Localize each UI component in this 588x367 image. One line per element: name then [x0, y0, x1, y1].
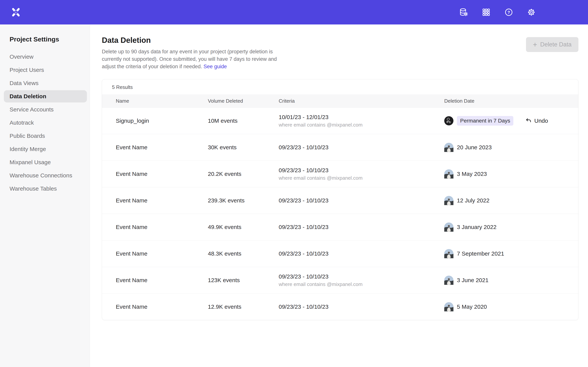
criteria-date-range: 10/01/23 - 12/01/23 [279, 114, 444, 120]
row-volume-deleted: 239.3K events [208, 197, 279, 204]
row-deletion-date: Permanent in 7 Days Undo [444, 116, 578, 125]
sidebar-item-identity-merge[interactable]: Identity Merge [4, 143, 87, 155]
delete-data-button[interactable]: + Delete Data [526, 37, 579, 52]
criteria-filter: where email contains @mixpanel.com [279, 122, 444, 128]
column-header-name: Name [116, 98, 208, 104]
row-deletion-date: 3 May 2023 [444, 169, 578, 179]
page-title: Data Deletion [102, 36, 579, 44]
row-volume-deleted: 30K events [208, 144, 279, 151]
sidebar-title: Project Settings [9, 35, 90, 43]
row-criteria: 09/23/23 - 10/10/23 [279, 197, 444, 204]
user-avatar [444, 223, 453, 232]
row-name: Event Name [116, 197, 208, 204]
row-criteria: 09/23/23 - 10/10/23 where email contains… [279, 167, 444, 181]
undo-icon [525, 117, 532, 124]
user-avatar [444, 169, 453, 179]
user-photo-avatar [444, 143, 453, 152]
table-row: Event Name 239.3K events 09/23/23 - 10/1… [102, 187, 578, 214]
row-name: Event Name [116, 304, 208, 310]
deletion-date-text: 3 June 2021 [457, 277, 488, 284]
results-count: 5 Results [102, 79, 578, 94]
row-name: Signup_login [116, 117, 208, 124]
deletion-date-text: 7 September 2021 [457, 250, 504, 257]
topbar: ? [0, 0, 588, 25]
deletion-date-text: 3 January 2022 [457, 224, 496, 230]
user-photo-avatar [444, 196, 453, 205]
criteria-date-range: 09/23/23 - 10/10/23 [279, 167, 444, 174]
user-avatar [444, 302, 453, 311]
row-criteria: 10/01/23 - 12/01/23 where email contains… [279, 114, 444, 128]
row-name: Event Name [116, 277, 208, 284]
row-criteria: 09/23/23 - 10/10/23 [279, 250, 444, 257]
sidebar-item-autotrack[interactable]: Autotrack [4, 117, 87, 129]
deletion-date-text: 3 May 2023 [457, 171, 487, 177]
sidebar-item-overview[interactable]: Overview [4, 51, 87, 63]
row-volume-deleted: 49.9K events [208, 224, 279, 230]
deletions-table-card: 5 Results Name Volume Deleted Criteria D… [102, 79, 579, 320]
row-volume-deleted: 123K events [208, 277, 279, 284]
sidebar: Project Settings OverviewProject UsersDa… [0, 25, 90, 367]
row-criteria: 09/23/23 - 10/10/23 where email contains… [279, 273, 444, 287]
criteria-filter: where email contains @mixpanel.com [279, 281, 444, 287]
row-criteria: 09/23/23 - 10/10/23 [279, 224, 444, 230]
main-content: Data Deletion Delete up to 90 days data … [90, 25, 588, 367]
table-row: Event Name 20.2K events 09/23/23 - 10/10… [102, 161, 578, 187]
sidebar-item-public-boards[interactable]: Public Boards [4, 130, 87, 142]
criteria-date-range: 09/23/23 - 10/10/23 [279, 144, 444, 151]
table-row: Event Name 49.9K events 09/23/23 - 10/10… [102, 214, 578, 240]
apps-grid-icon[interactable] [482, 8, 491, 17]
sidebar-item-warehouse-tables[interactable]: Warehouse Tables [4, 183, 87, 195]
criteria-date-range: 09/23/23 - 10/10/23 [279, 197, 444, 204]
row-volume-deleted: 12.9K events [208, 304, 279, 310]
permanent-status-badge: Permanent in 7 Days [457, 116, 513, 125]
plus-icon: + [533, 41, 537, 48]
sidebar-item-mixpanel-usage[interactable]: Mixpanel Usage [4, 156, 87, 168]
page-description: Delete up to 90 days data for any event … [102, 48, 284, 70]
criteria-date-range: 09/23/23 - 10/10/23 [279, 273, 444, 280]
row-criteria: 09/23/23 - 10/10/23 [279, 144, 444, 151]
see-guide-link[interactable]: See guide [203, 64, 227, 69]
criteria-date-range: 09/23/23 - 10/10/23 [279, 224, 444, 230]
row-volume-deleted: 20.2K events [208, 171, 279, 177]
table-row: Signup_login 10M events 10/01/23 - 12/01… [102, 108, 578, 134]
row-name: Event Name [116, 224, 208, 230]
user-photo-avatar [444, 276, 453, 285]
row-criteria: 09/23/23 - 10/10/23 [279, 304, 444, 310]
creator-dark-avatar [444, 116, 453, 125]
delete-data-label: Delete Data [540, 41, 571, 48]
row-name: Event Name [116, 250, 208, 257]
criteria-filter: where email contains @mixpanel.com [279, 175, 444, 181]
row-deletion-date: 12 July 2022 [444, 196, 578, 205]
column-header-criteria: Criteria [279, 98, 444, 104]
user-avatar [444, 276, 453, 285]
user-avatar [444, 196, 453, 205]
user-avatar [444, 143, 453, 152]
help-icon[interactable]: ? [504, 8, 513, 17]
sidebar-item-project-users[interactable]: Project Users [4, 64, 87, 76]
table-body: Signup_login 10M events 10/01/23 - 12/01… [102, 108, 578, 320]
table-row: Event Name 123K events 09/23/23 - 10/10/… [102, 267, 578, 293]
row-volume-deleted: 48.3K events [208, 250, 279, 257]
row-deletion-date: 3 June 2021 [444, 276, 578, 285]
row-deletion-date: 3 January 2022 [444, 223, 578, 232]
table-row: Event Name 30K events 09/23/23 - 10/10/2… [102, 134, 578, 161]
row-volume-deleted: 10M events [208, 117, 279, 124]
undo-button[interactable]: Undo [525, 117, 548, 124]
row-deletion-date: 20 June 2023 [444, 143, 578, 152]
sidebar-item-data-views[interactable]: Data Views [4, 77, 87, 89]
column-header-deletion-date: Deletion Date [444, 98, 578, 104]
row-name: Event Name [116, 171, 208, 177]
sidebar-item-service-accounts[interactable]: Service Accounts [4, 103, 87, 116]
column-header-volume-deleted: Volume Deleted [208, 98, 279, 104]
settings-icon[interactable] [527, 8, 536, 17]
table-row: Event Name 48.3K events 09/23/23 - 10/10… [102, 240, 578, 267]
user-photo-avatar [444, 302, 453, 311]
topbar-icons: ? [459, 8, 536, 17]
user-photo-avatar [444, 169, 453, 179]
user-photo-avatar [444, 223, 453, 232]
sidebar-item-warehouse-connections[interactable]: Warehouse Connections [4, 169, 87, 182]
undo-label: Undo [534, 117, 548, 124]
user-avatar [444, 249, 453, 258]
sidebar-item-data-deletion[interactable]: Data Deletion [4, 90, 87, 102]
data-management-icon[interactable] [459, 8, 468, 17]
